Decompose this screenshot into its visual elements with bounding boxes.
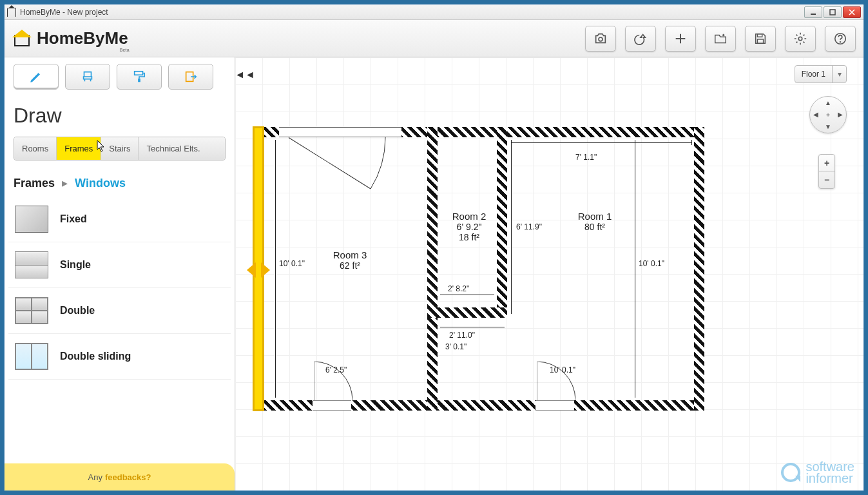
- folder-plus-icon: [713, 32, 728, 46]
- brand-logo[interactable]: HomeByMe Beta: [12, 28, 128, 48]
- sub-tab-rooms[interactable]: Rooms: [14, 137, 57, 160]
- gear-icon: [793, 32, 807, 46]
- door-opening[interactable]: [535, 400, 574, 411]
- dimension[interactable]: 10' 0.1": [279, 259, 305, 268]
- wall-segment[interactable]: [694, 127, 704, 411]
- sub-tab-stairs[interactable]: Stairs: [101, 137, 139, 160]
- svg-point-7: [840, 41, 841, 43]
- dimension[interactable]: 7' 1.1": [575, 153, 597, 162]
- svg-rect-4: [757, 39, 763, 43]
- house-icon: [12, 31, 32, 46]
- svg-rect-9: [138, 79, 140, 82]
- window-type-list: Fixed Single Double Double sliding: [5, 197, 235, 380]
- software-informer-icon: [781, 463, 800, 482]
- zoom-in-button[interactable]: +: [819, 155, 834, 171]
- app-mini-icon: [7, 8, 16, 17]
- wall-drag-handle[interactable]: [247, 262, 270, 278]
- mode-tab-decorate[interactable]: [117, 64, 162, 90]
- chair-icon: [81, 70, 95, 84]
- sub-tab-technical[interactable]: Technical Elts.: [139, 137, 225, 160]
- dimension[interactable]: 6' 2.5": [325, 365, 347, 374]
- dimension[interactable]: 2' 11.0": [449, 331, 475, 340]
- collapse-sidebar-button[interactable]: ◄◄: [235, 66, 255, 83]
- window-opening[interactable]: [279, 127, 401, 137]
- breadcrumb-leaf[interactable]: Windows: [75, 177, 126, 189]
- export-icon: [184, 70, 198, 84]
- pencil-icon: [29, 70, 43, 84]
- mode-tab-draw[interactable]: [14, 64, 59, 90]
- window-single-icon: [15, 251, 48, 278]
- pan-down[interactable]: ▼: [822, 121, 834, 133]
- undo-icon: [633, 32, 648, 46]
- app-window: HomeByMe - New project HomeByMe Beta: [4, 4, 864, 491]
- svg-rect-1: [830, 10, 835, 15]
- breadcrumb-root[interactable]: Frames: [14, 177, 55, 189]
- undo-button[interactable]: [625, 26, 656, 52]
- svg-rect-8: [135, 72, 143, 75]
- help-button[interactable]: [825, 26, 856, 52]
- window-double-icon: [15, 297, 48, 324]
- list-item-single[interactable]: Single: [8, 242, 231, 288]
- floor-selector[interactable]: Floor 1 ▾: [795, 65, 847, 83]
- sub-tab-frames[interactable]: Frames: [57, 137, 101, 160]
- pan-up[interactable]: ▲: [822, 97, 834, 109]
- camera-icon: [593, 32, 608, 46]
- svg-point-5: [798, 37, 802, 41]
- room-label[interactable]: Room 3 62 ft²: [311, 249, 389, 271]
- list-item-double-sliding[interactable]: Double sliding: [8, 334, 231, 380]
- window-close-button[interactable]: [843, 6, 861, 18]
- door-opening[interactable]: [313, 400, 351, 411]
- wall-segment[interactable]: [427, 307, 507, 318]
- pan-left[interactable]: ◀: [810, 109, 822, 121]
- window-minimize-button[interactable]: [804, 6, 822, 18]
- list-item-double[interactable]: Double: [8, 288, 231, 334]
- plus-icon: [673, 32, 688, 46]
- window-title: HomeByMe - New project: [20, 8, 108, 17]
- svg-rect-3: [757, 34, 762, 37]
- zoom-control: + −: [818, 154, 835, 189]
- screenshot-button[interactable]: [585, 26, 616, 52]
- dimension[interactable]: 3' 0.1": [445, 342, 467, 351]
- svg-point-2: [599, 37, 603, 41]
- dimension[interactable]: 6' 11.9": [516, 222, 542, 231]
- add-button[interactable]: [665, 26, 696, 52]
- save-as-button[interactable]: [705, 26, 736, 52]
- window-maximize-button[interactable]: [824, 6, 842, 18]
- brand-beta: Beta: [119, 48, 129, 52]
- room-label[interactable]: Room 2 6' 9.2" 18 ft²: [440, 211, 498, 242]
- pan-center[interactable]: ＋: [822, 109, 834, 121]
- svg-rect-0: [811, 14, 816, 15]
- door-arc: [289, 137, 405, 208]
- settings-button[interactable]: [785, 26, 816, 52]
- floor-plan[interactable]: Room 3 62 ft² Room 2 6' 9.2" 18 ft² Room…: [253, 127, 704, 411]
- window-fixed-icon: [15, 206, 48, 233]
- wall-segment[interactable]: [497, 127, 507, 318]
- dimension[interactable]: 2' 8.2": [448, 284, 469, 293]
- mode-tabs: [5, 57, 235, 90]
- dimension[interactable]: 10' 0.1": [550, 365, 575, 374]
- save-button[interactable]: [745, 26, 776, 52]
- sidebar: ◄◄ Draw Rooms Frames Sta: [5, 57, 235, 490]
- list-item-fixed[interactable]: Fixed: [8, 197, 231, 242]
- chevron-down-icon: ▾: [832, 66, 846, 82]
- app-header: HomeByMe Beta: [5, 20, 863, 57]
- pan-control[interactable]: ▲ ◀＋▶ ▼: [809, 96, 847, 133]
- title-bar: HomeByMe - New project: [5, 5, 863, 20]
- help-icon: [833, 32, 847, 46]
- room-label[interactable]: Room 1 80 ft²: [556, 211, 633, 232]
- pan-right[interactable]: ▶: [834, 109, 846, 121]
- zoom-out-button[interactable]: −: [819, 171, 834, 188]
- canvas[interactable]: Floor 1 ▾ ▲ ◀＋▶ ▼ + −: [235, 57, 863, 490]
- section-title: Draw: [5, 90, 235, 137]
- dimension[interactable]: 10' 0.1": [639, 259, 664, 268]
- chevron-right-icon: ▸: [62, 177, 68, 189]
- chevron-left-double-icon: ◄◄: [235, 69, 255, 81]
- mode-tab-furnish[interactable]: [65, 64, 110, 90]
- wall-segment[interactable]: [427, 318, 438, 411]
- mode-tab-export[interactable]: [168, 64, 213, 90]
- wall-segment[interactable]: [427, 127, 438, 318]
- brand-name: HomeByMe: [37, 28, 128, 48]
- feedback-bar[interactable]: Any feedbacks?: [5, 463, 235, 490]
- window-double-sliding-icon: [15, 343, 48, 370]
- feedback-link[interactable]: feedbacks?: [105, 472, 151, 482]
